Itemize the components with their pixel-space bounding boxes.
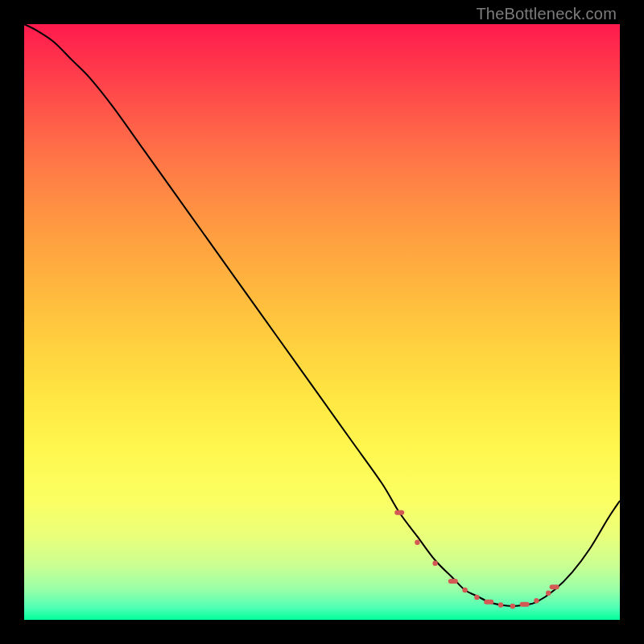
curve-marker	[520, 602, 530, 607]
curve-marker	[510, 604, 515, 609]
curve-marker	[448, 579, 458, 584]
marker-group	[394, 510, 559, 609]
curve-marker	[484, 600, 493, 605]
curve-marker	[534, 598, 539, 603]
curve-marker	[546, 591, 551, 596]
curve-marker	[462, 588, 467, 592]
curve-marker	[415, 540, 419, 545]
curve-marker	[550, 584, 559, 589]
curve-marker	[474, 595, 479, 600]
chart-frame: TheBottleneck.com	[0, 0, 644, 644]
plot-area	[24, 24, 620, 620]
chart-svg	[24, 24, 620, 620]
bottleneck-curve	[24, 24, 620, 606]
curve-marker	[498, 602, 503, 607]
curve-marker	[394, 510, 404, 515]
curve-marker	[432, 561, 437, 566]
watermark-text: TheBottleneck.com	[476, 5, 617, 23]
